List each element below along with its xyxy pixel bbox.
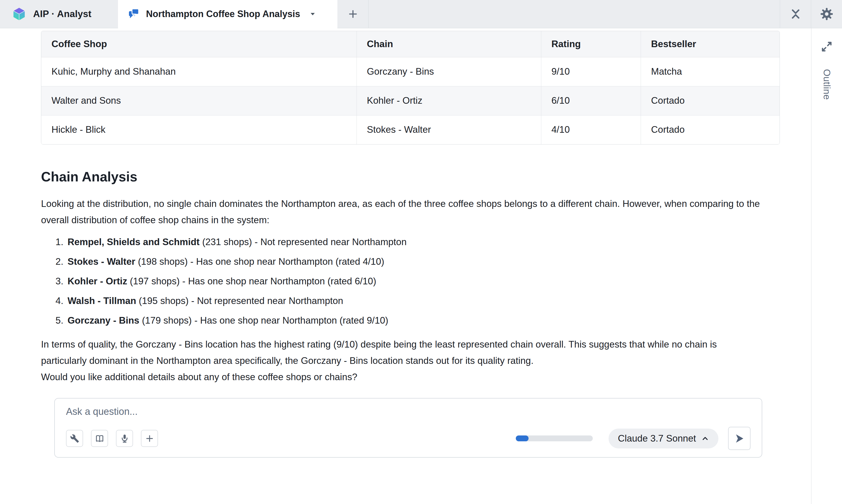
model-selector[interactable]: Claude 3.7 Sonnet: [609, 429, 718, 448]
send-button[interactable]: [728, 427, 751, 450]
top-bar: AIP · Analyst Northampton Coffee Shop An…: [0, 0, 842, 28]
outline-rail: Outline: [811, 28, 842, 504]
analysis-intro-paragraph: Looking at the distribution, no single c…: [41, 196, 763, 228]
chain-name: Gorczany - Bins: [68, 315, 139, 326]
collapse-vertical-icon: [789, 7, 802, 21]
settings-button[interactable]: [811, 0, 842, 28]
cell-chain: Stokes - Walter: [357, 115, 541, 144]
chain-detail: (179 shops) - Has one shop near Northamp…: [139, 315, 388, 326]
cell-coffee-shop: Walter and Sons: [41, 86, 357, 115]
chain-list: Rempel, Shields and Schmidt (231 shops) …: [41, 234, 763, 329]
cell-rating: 9/10: [541, 57, 641, 86]
question-input[interactable]: [66, 406, 751, 417]
brand-title: AIP · Analyst: [33, 9, 91, 19]
cell-bestseller: Cortado: [641, 86, 780, 115]
cell-coffee-shop: Hickle - Blick: [41, 115, 357, 144]
col-header-bestseller: Bestseller: [641, 31, 780, 57]
tab-dropdown-caret-icon[interactable]: [309, 10, 317, 18]
section-heading: Chain Analysis: [41, 169, 763, 184]
cell-chain: Kohler - Ortiz: [357, 86, 541, 115]
app-brand[interactable]: AIP · Analyst: [0, 0, 118, 28]
chevron-up-icon: [701, 434, 709, 443]
table-header-row: Coffee Shop Chain Rating Bestseller: [41, 31, 780, 57]
cell-chain: Gorczany - Bins: [357, 57, 541, 86]
model-label: Claude 3.7 Sonnet: [618, 433, 696, 444]
microphone-icon: [120, 434, 129, 443]
col-header-chain: Chain: [357, 31, 541, 57]
add-attachment-button[interactable]: [141, 430, 158, 447]
chain-detail: (231 shops) - Not represented near North…: [199, 237, 407, 247]
settings-gear-icon: [820, 7, 834, 21]
knowledge-button[interactable]: [91, 430, 108, 447]
context-usage-slider[interactable]: [516, 435, 593, 441]
plus-icon: [347, 9, 358, 19]
cell-coffee-shop: Kuhic, Murphy and Shanahan: [41, 57, 357, 86]
topbar-spacer: [369, 0, 780, 28]
composer-controls: Claude 3.7 Sonnet: [66, 427, 751, 450]
send-arrow-icon: [734, 433, 745, 444]
outline-tab[interactable]: Outline: [821, 69, 832, 100]
chain-name: Stokes - Walter: [68, 256, 135, 267]
table-row: Kuhic, Murphy and Shanahan Gorczany - Bi…: [41, 57, 780, 86]
tab-northampton-coffee-shop-analysis[interactable]: Northampton Coffee Shop Analysis: [118, 0, 337, 28]
col-header-coffee-shop: Coffee Shop: [41, 31, 357, 57]
analysis-conclusion-paragraph: In terms of quality, the Gorczany - Bins…: [41, 336, 763, 369]
table-row: Walter and Sons Kohler - Ortiz 6/10 Cort…: [41, 86, 780, 115]
aip-cube-logo-icon: [12, 7, 26, 21]
cell-rating: 4/10: [541, 115, 641, 144]
list-item: Rempel, Shields and Schmidt (231 shops) …: [66, 234, 763, 250]
chat-transcript-area: Coffee Shop Chain Rating Bestseller Kuhi…: [0, 28, 811, 504]
table-row: Hickle - Blick Stokes - Walter 4/10 Cort…: [41, 115, 780, 144]
new-tab-button[interactable]: [337, 0, 369, 28]
chain-detail: (198 shops) - Has one shop near Northamp…: [135, 256, 384, 267]
expand-outline-button[interactable]: [820, 40, 833, 53]
list-item: Gorczany - Bins (179 shops) - Has one sh…: [66, 312, 763, 329]
chain-name: Rempel, Shields and Schmidt: [68, 237, 199, 247]
collapse-panel-button[interactable]: [780, 0, 811, 28]
cell-bestseller: Matcha: [641, 57, 780, 86]
chat-composer[interactable]: Claude 3.7 Sonnet: [54, 398, 762, 457]
tab-title: Northampton Coffee Shop Analysis: [146, 9, 300, 19]
col-header-rating: Rating: [541, 31, 641, 57]
list-item: Stokes - Walter (198 shops) - Has one sh…: [66, 254, 763, 270]
usage-fill: [516, 435, 529, 441]
analysis-section: Chain Analysis Looking at the distributi…: [41, 169, 763, 385]
chain-detail: (197 shops) - Has one shop near Northamp…: [127, 276, 376, 286]
cell-rating: 6/10: [541, 86, 641, 115]
chat-bubbles-icon: [128, 8, 140, 20]
cell-bestseller: Cortado: [641, 115, 780, 144]
chain-name: Walsh - Tillman: [68, 295, 136, 306]
tools-button[interactable]: [66, 430, 83, 447]
list-item: Walsh - Tillman (195 shops) - Not repres…: [66, 293, 763, 309]
voice-input-button[interactable]: [116, 430, 133, 447]
chain-name: Kohler - Ortiz: [68, 276, 127, 286]
followup-question: Would you like additional details about …: [41, 369, 763, 385]
open-book-icon: [95, 434, 105, 443]
plus-icon: [145, 434, 154, 443]
expand-diagonal-icon: [820, 40, 833, 53]
wrench-icon: [70, 434, 79, 443]
chain-detail: (195 shops) - Not represented near North…: [136, 295, 343, 306]
coffee-shop-table: Coffee Shop Chain Rating Bestseller Kuhi…: [41, 31, 780, 144]
list-item: Kohler - Ortiz (197 shops) - Has one sho…: [66, 273, 763, 289]
